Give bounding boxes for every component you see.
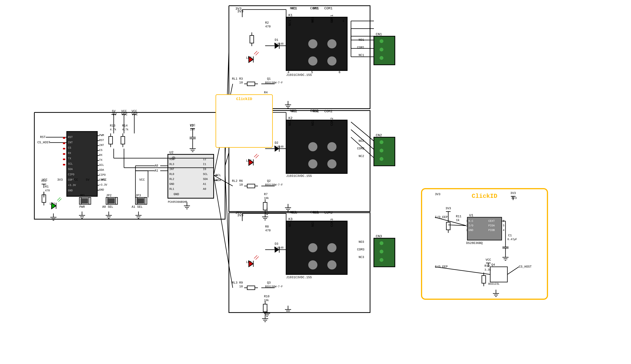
circuit-diagram <box>0 0 631 364</box>
click-id-section: ClickID <box>216 94 273 148</box>
schematic-canvas: ClickID <box>0 0 631 364</box>
click-id-title: ClickID <box>218 97 270 101</box>
